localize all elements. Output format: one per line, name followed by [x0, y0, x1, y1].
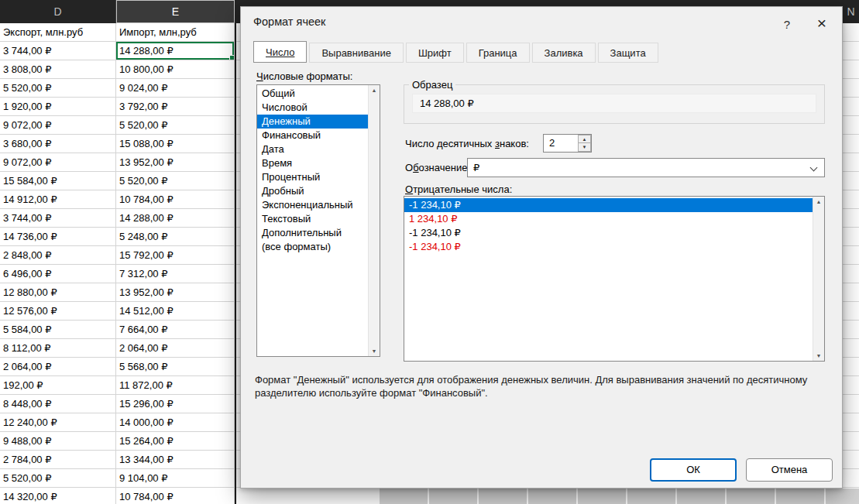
- format-option[interactable]: Текстовый: [257, 212, 368, 226]
- format-option[interactable]: Экспоненциальный: [257, 198, 368, 212]
- tab-protection[interactable]: Защита: [598, 43, 658, 63]
- cell[interactable]: 12 880,00 ₽: [0, 283, 116, 302]
- cell[interactable]: 10 784,00 ₽: [116, 488, 235, 504]
- format-option[interactable]: Процентный: [257, 170, 368, 184]
- cell[interactable]: 3 792,00 ₽: [116, 98, 235, 116]
- cell[interactable]: 2 784,00 ₽: [0, 451, 116, 469]
- tab-fill[interactable]: Заливка: [532, 43, 596, 63]
- scroll-down-icon[interactable]: ▼: [813, 353, 824, 358]
- cell[interactable]: 2 848,00 ₽: [0, 246, 116, 265]
- tab-border[interactable]: Граница: [466, 43, 530, 63]
- symbol-value: ₽: [473, 162, 479, 173]
- negative-option[interactable]: 1 234,10 ₽: [404, 212, 813, 226]
- cell[interactable]: 14 736,00 ₽: [0, 228, 116, 246]
- cell[interactable]: 13 952,00 ₽: [116, 283, 235, 302]
- ok-button[interactable]: ОК: [650, 458, 737, 482]
- format-option[interactable]: Числовой: [257, 101, 368, 115]
- format-option[interactable]: Дополнительный: [257, 226, 368, 240]
- cell[interactable]: 15 088,00 ₽: [116, 135, 235, 153]
- negative-option[interactable]: -1 234,10 ₽: [404, 198, 813, 212]
- cell[interactable]: 14 288,00 ₽: [116, 209, 235, 228]
- title-row: Экспорт, млн.рубИмпорт, млн,руб: [0, 23, 235, 42]
- cell[interactable]: 12 576,00 ₽: [0, 302, 116, 321]
- cell[interactable]: 5 520,00 ₽: [116, 172, 235, 190]
- decimals-spinner: ▲ ▼: [578, 135, 591, 152]
- cell[interactable]: 3 744,00 ₽: [0, 209, 116, 228]
- cell[interactable]: 192,00 ₽: [0, 376, 116, 395]
- cell[interactable]: 9 104,00 ₽: [116, 469, 235, 488]
- cancel-button[interactable]: Отмена: [746, 458, 833, 482]
- tab-font[interactable]: Шрифт: [406, 43, 464, 63]
- cell[interactable]: 14 512,00 ₽: [116, 302, 235, 321]
- cell[interactable]: 5 584,00 ₽: [0, 321, 116, 339]
- column-header-e[interactable]: E: [116, 0, 235, 23]
- cell[interactable]: 9 488,00 ₽: [0, 432, 116, 451]
- cell[interactable]: 15 584,00 ₽: [0, 172, 116, 190]
- cell[interactable]: 15 792,00 ₽: [116, 246, 235, 265]
- cell[interactable]: 9 072,00 ₽: [0, 116, 116, 135]
- cell[interactable]: 5 568,00 ₽: [116, 358, 235, 376]
- cell[interactable]: Импорт, млн,руб: [116, 23, 235, 42]
- sample-group: Образец 14 288,00 ₽: [404, 79, 825, 124]
- cell[interactable]: 15 264,00 ₽: [116, 432, 235, 451]
- format-option[interactable]: (все форматы): [257, 240, 368, 254]
- scroll-up-icon[interactable]: ▲: [369, 87, 380, 93]
- cell[interactable]: 14 912,00 ₽: [0, 190, 116, 209]
- gray-cells: [380, 489, 859, 504]
- close-icon[interactable]: ×: [809, 12, 834, 34]
- tab-alignment[interactable]: Выравнивание: [309, 43, 403, 63]
- cell[interactable]: 8 448,00 ₽: [0, 395, 116, 413]
- negative-option[interactable]: -1 234,10 ₽: [404, 226, 813, 240]
- cell[interactable]: 7 664,00 ₽: [116, 321, 235, 339]
- cell[interactable]: 1 920,00 ₽: [0, 98, 116, 116]
- data-row: 9 488,00 ₽15 264,00 ₽: [0, 432, 235, 451]
- cell[interactable]: 10 784,00 ₽: [116, 190, 235, 209]
- cell[interactable]: 13 344,00 ₽: [116, 451, 235, 469]
- format-option[interactable]: Дата: [257, 142, 368, 156]
- column-header-d[interactable]: D: [0, 0, 116, 23]
- cell[interactable]: 10 800,00 ₽: [116, 60, 235, 79]
- cell[interactable]: 3 808,00 ₽: [0, 60, 116, 79]
- cell[interactable]: 14 320,00 ₽: [0, 488, 116, 504]
- cell[interactable]: 2 064,00 ₽: [0, 358, 116, 376]
- format-option[interactable]: Финансовый: [257, 129, 368, 142]
- cell[interactable]: 5 520,00 ₽: [116, 116, 235, 135]
- cell[interactable]: Экспорт, млн.руб: [0, 23, 116, 42]
- cell[interactable]: 3 680,00 ₽: [0, 135, 116, 153]
- cell[interactable]: 5 520,00 ₽: [0, 469, 116, 488]
- cell[interactable]: 13 952,00 ₽: [116, 153, 235, 172]
- help-icon[interactable]: ?: [777, 15, 797, 35]
- spin-down-icon[interactable]: ▼: [578, 143, 591, 152]
- scroll-up-icon[interactable]: ▲: [813, 199, 824, 204]
- decimals-label: Число десятичных знаков:: [405, 138, 529, 149]
- cell[interactable]: 5 248,00 ₽: [116, 228, 235, 246]
- cell[interactable]: 15 296,00 ₽: [116, 395, 235, 413]
- cell[interactable]: 6 496,00 ₽: [0, 265, 116, 283]
- format-option[interactable]: Общий: [257, 87, 368, 101]
- cell[interactable]: 7 312,00 ₽: [116, 265, 235, 283]
- symbol-dropdown[interactable]: ₽: [467, 158, 825, 177]
- cell[interactable]: 14 000,00 ₽: [116, 413, 235, 432]
- data-row: 12 240,00 ₽14 000,00 ₽: [0, 413, 235, 432]
- format-cells-dialog: Формат ячеек ? × ЧислоВыравниваниеШрифтГ…: [240, 6, 843, 489]
- cell[interactable]: 9 024,00 ₽: [116, 79, 235, 98]
- column-header-n[interactable]: N: [843, 0, 859, 23]
- scroll-down-icon[interactable]: ▼: [369, 348, 380, 354]
- cell[interactable]: 14 288,00 ₽: [116, 42, 235, 60]
- format-list-scrollbar[interactable]: ▲ ▼: [368, 85, 380, 356]
- negative-option[interactable]: -1 234,10 ₽: [404, 240, 813, 254]
- cell[interactable]: 11 872,00 ₽: [116, 376, 235, 395]
- cell[interactable]: 3 744,00 ₽: [0, 42, 116, 60]
- cell[interactable]: 8 112,00 ₽: [0, 339, 116, 358]
- cell[interactable]: 5 520,00 ₽: [0, 79, 116, 98]
- cell[interactable]: 9 072,00 ₽: [0, 153, 116, 172]
- cell[interactable]: 2 064,00 ₽: [116, 339, 235, 358]
- tab-number[interactable]: Число: [253, 41, 307, 63]
- format-option[interactable]: Денежный: [257, 115, 368, 129]
- negative-list-scrollbar[interactable]: ▲ ▼: [813, 197, 824, 361]
- cell[interactable]: 12 240,00 ₽: [0, 413, 116, 432]
- format-option[interactable]: Время: [257, 156, 368, 170]
- chevron-down-icon[interactable]: [810, 164, 818, 172]
- decimals-input[interactable]: 2 ▲ ▼: [543, 134, 592, 153]
- format-option[interactable]: Дробный: [257, 184, 368, 198]
